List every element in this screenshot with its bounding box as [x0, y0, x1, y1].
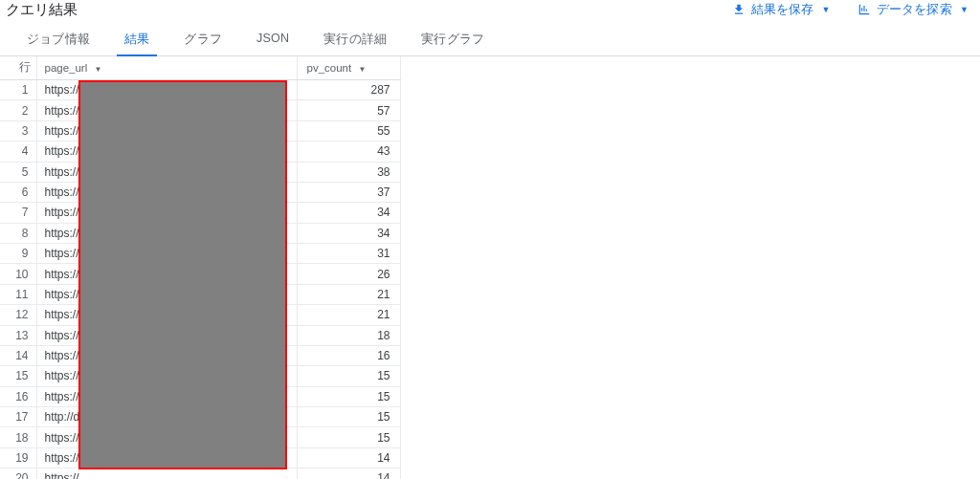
- col-header-pv-count[interactable]: pv_count ▼: [297, 56, 400, 80]
- pv-count-cell: 15: [297, 407, 400, 427]
- table-row[interactable]: 13https://18: [0, 325, 400, 345]
- table-body: 1https://2872https://573https://554https…: [0, 80, 400, 480]
- row-number-cell: 10: [0, 264, 36, 284]
- table-row[interactable]: 8https://34: [0, 223, 400, 243]
- table-row[interactable]: 12https://21: [0, 305, 400, 325]
- pv-count-cell: 43: [297, 142, 400, 162]
- pv-count-cell: 15: [297, 386, 400, 406]
- page-url-cell: https://: [36, 366, 297, 386]
- pv-count-cell: 15: [297, 427, 400, 447]
- page-url-cell: https://: [36, 223, 297, 243]
- table-header-row: 行 page_url ▼ pv_count ▼: [0, 56, 400, 80]
- page-title: クエリ結果: [6, 1, 78, 19]
- pv-count-cell: 14: [297, 468, 400, 479]
- pv-count-cell: 31: [297, 244, 400, 264]
- page-url-cell: https://: [36, 264, 297, 284]
- pv-count-cell: 21: [297, 305, 400, 325]
- table-row[interactable]: 16https://15: [0, 386, 400, 406]
- explore-data-label: データを探索: [877, 2, 952, 18]
- tab-exec-details[interactable]: 実行の詳細: [306, 25, 404, 55]
- pv-count-cell: 55: [297, 120, 400, 141]
- pv-count-cell: 34: [297, 223, 400, 243]
- save-results-button[interactable]: 結果を保存 ▼: [732, 2, 831, 18]
- page-url-cell: https://: [36, 325, 297, 345]
- col-header-row[interactable]: 行: [0, 56, 36, 80]
- table-row[interactable]: 1https://287: [0, 80, 400, 100]
- row-number-cell: 14: [0, 345, 36, 365]
- page-url-cell: https://: [36, 468, 297, 479]
- page-url-cell: https://: [36, 100, 297, 120]
- table-row[interactable]: 14https://16: [0, 345, 400, 365]
- pv-count-cell: 16: [297, 345, 400, 365]
- row-number-cell: 8: [0, 223, 36, 243]
- results-table: 行 page_url ▼ pv_count ▼ 1https://2872htt…: [0, 56, 401, 479]
- row-number-cell: 6: [0, 182, 36, 202]
- row-number-cell: 18: [0, 427, 36, 447]
- page-url-cell: https://: [36, 120, 297, 141]
- row-number-cell: 20: [0, 468, 36, 479]
- sort-icon: ▼: [358, 65, 366, 74]
- row-number-cell: 2: [0, 100, 36, 120]
- page-url-cell: https://: [36, 244, 297, 264]
- row-number-cell: 1: [0, 80, 36, 100]
- page-url-cell: https://: [36, 162, 297, 182]
- page-url-cell: https://: [36, 427, 297, 447]
- chevron-down-icon: ▼: [960, 5, 969, 14]
- page-url-cell: https://: [36, 447, 297, 468]
- pv-count-cell: 287: [297, 80, 400, 100]
- table-row[interactable]: 15https://15: [0, 366, 400, 386]
- row-number-cell: 16: [0, 386, 36, 406]
- tab-label: 実行の詳細: [323, 33, 387, 46]
- col-header-label: pv_count: [307, 62, 352, 74]
- tab-results[interactable]: 結果: [107, 25, 167, 55]
- tab-json[interactable]: JSON: [239, 25, 306, 55]
- table-row[interactable]: 9https://31: [0, 244, 400, 264]
- header-actions: 結果を保存 ▼ データを探索 ▼: [732, 2, 980, 18]
- tab-job-info[interactable]: ジョブ情報: [10, 25, 107, 55]
- col-header-label: page_url: [45, 62, 88, 74]
- table-row[interactable]: 5https://38: [0, 162, 400, 182]
- download-icon: [732, 3, 746, 16]
- table-row[interactable]: 10https://26: [0, 264, 400, 284]
- header-bar: クエリ結果 結果を保存 ▼ データを探索 ▼: [0, 0, 980, 25]
- row-number-cell: 4: [0, 142, 36, 162]
- table-row[interactable]: 18https://15: [0, 427, 400, 447]
- tab-graph[interactable]: グラフ: [167, 25, 239, 55]
- pv-count-cell: 21: [297, 284, 400, 304]
- pv-count-cell: 57: [297, 100, 400, 120]
- page-url-cell: https://: [36, 284, 297, 304]
- table-row[interactable]: 3https://55: [0, 120, 400, 141]
- tab-label: グラフ: [184, 33, 222, 46]
- page-url-cell: https://: [36, 305, 297, 325]
- table-row[interactable]: 17http://d15: [0, 407, 400, 427]
- chart-icon: [858, 3, 871, 16]
- table-row[interactable]: 2https://57: [0, 100, 400, 120]
- explore-data-button[interactable]: データを探索 ▼: [858, 2, 969, 18]
- page-url-cell: http://d: [36, 407, 297, 427]
- page-url-cell: https://: [36, 386, 297, 406]
- table-row[interactable]: 20https://14: [0, 468, 400, 479]
- row-number-cell: 13: [0, 325, 36, 345]
- row-number-cell: 11: [0, 284, 36, 304]
- table-row[interactable]: 6https://37: [0, 182, 400, 202]
- row-number-cell: 5: [0, 162, 36, 182]
- results-table-wrap: 行 page_url ▼ pv_count ▼ 1https://2872htt…: [0, 56, 980, 479]
- page-url-cell: https://: [36, 142, 297, 162]
- tab-exec-graph[interactable]: 実行グラフ: [404, 25, 501, 55]
- tab-label: ジョブ情報: [27, 33, 90, 46]
- pv-count-cell: 34: [297, 203, 400, 223]
- row-number-cell: 7: [0, 203, 36, 223]
- table-row[interactable]: 11https://21: [0, 284, 400, 304]
- pv-count-cell: 14: [297, 447, 400, 468]
- col-header-page-url[interactable]: page_url ▼: [36, 56, 297, 80]
- page-url-cell: https://: [36, 345, 297, 365]
- table-row[interactable]: 19https://14: [0, 447, 400, 468]
- table-row[interactable]: 7https://34: [0, 203, 400, 223]
- row-number-cell: 3: [0, 120, 36, 141]
- row-number-cell: 15: [0, 366, 36, 386]
- table-row[interactable]: 4https://43: [0, 142, 400, 162]
- row-number-cell: 17: [0, 407, 36, 427]
- row-number-cell: 9: [0, 244, 36, 264]
- result-tabs: ジョブ情報 結果 グラフ JSON 実行の詳細 実行グラフ: [0, 25, 980, 56]
- tab-label: 結果: [124, 33, 149, 46]
